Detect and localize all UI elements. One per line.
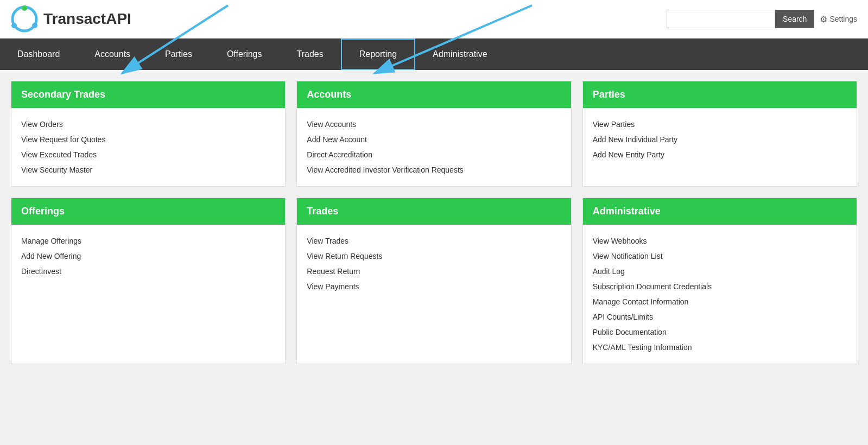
link-add-new-individual-party[interactable]: Add New Individual Party (593, 132, 847, 147)
link-view-notification-list[interactable]: View Notification List (593, 249, 847, 264)
link-view-parties[interactable]: View Parties (593, 117, 847, 132)
card-header-parties: Parties (583, 81, 857, 108)
card-body-secondary-trades: View Orders View Request for Quotes View… (11, 108, 285, 186)
link-direct-accreditation[interactable]: Direct Accreditation (307, 147, 561, 162)
link-view-request-for-quotes[interactable]: View Request for Quotes (21, 132, 275, 147)
link-view-accredited-investor[interactable]: View Accredited Investor Verification Re… (307, 162, 561, 177)
header: TransactAPI Search ⚙ Settings (0, 0, 868, 39)
logo-area: TransactAPI (11, 5, 131, 33)
link-view-executed-trades[interactable]: View Executed Trades (21, 147, 275, 162)
nav-item-parties[interactable]: Parties (148, 39, 210, 70)
link-add-new-entity-party[interactable]: Add New Entity Party (593, 147, 847, 162)
link-request-return[interactable]: Request Return (307, 264, 561, 279)
card-body-accounts: View Accounts Add New Account Direct Acc… (297, 108, 571, 186)
svg-point-5 (32, 23, 37, 28)
link-manage-offerings[interactable]: Manage Offerings (21, 233, 275, 249)
link-subscription-document-credentials[interactable]: Subscription Document Credentials (593, 279, 847, 294)
search-button[interactable]: Search (775, 10, 814, 28)
link-view-accounts[interactable]: View Accounts (307, 117, 561, 132)
gear-icon: ⚙ (820, 14, 827, 24)
card-body-offerings: Manage Offerings Add New Offering Direct… (11, 225, 285, 288)
link-manage-contact-information[interactable]: Manage Contact Information (593, 294, 847, 309)
svg-point-6 (11, 23, 17, 28)
link-api-counts-limits[interactable]: API Counts/Limits (593, 309, 847, 325)
main-content: Secondary Trades View Orders View Reques… (0, 70, 868, 375)
link-public-documentation[interactable]: Public Documentation (593, 325, 847, 340)
page-wrapper: TransactAPI Search ⚙ Settings Dashboard … (0, 0, 868, 375)
logo-text: TransactAPI (43, 10, 131, 28)
card-secondary-trades: Secondary Trades View Orders View Reques… (11, 81, 286, 187)
link-audit-log[interactable]: Audit Log (593, 264, 847, 279)
link-view-trades[interactable]: View Trades (307, 233, 561, 249)
logo-icon (11, 5, 38, 33)
nav-item-offerings[interactable]: Offerings (210, 39, 280, 70)
nav-item-accounts[interactable]: Accounts (77, 39, 148, 70)
link-view-payments[interactable]: View Payments (307, 279, 561, 294)
card-body-parties: View Parties Add New Individual Party Ad… (583, 108, 857, 171)
link-add-new-account[interactable]: Add New Account (307, 132, 561, 147)
card-header-accounts: Accounts (297, 81, 571, 108)
link-add-new-offering[interactable]: Add New Offering (21, 249, 275, 264)
link-kyc-aml-testing[interactable]: KYC/AML Testing Information (593, 340, 847, 355)
settings-label: Settings (829, 15, 857, 23)
card-parties: Parties View Parties Add New Individual … (582, 81, 857, 187)
card-accounts: Accounts View Accounts Add New Account D… (296, 81, 571, 187)
header-right: Search ⚙ Settings (667, 10, 857, 28)
card-offerings: Offerings Manage Offerings Add New Offer… (11, 198, 286, 364)
nav-item-reporting[interactable]: Reporting (341, 39, 415, 70)
card-administrative: Administrative View Webhooks View Notifi… (582, 198, 857, 364)
svg-point-4 (22, 5, 27, 11)
card-header-secondary-trades: Secondary Trades (11, 81, 285, 108)
card-header-administrative: Administrative (583, 198, 857, 225)
card-header-trades: Trades (297, 198, 571, 225)
link-view-security-master[interactable]: View Security Master (21, 162, 275, 177)
settings-link[interactable]: ⚙ Settings (820, 14, 857, 24)
card-header-offerings: Offerings (11, 198, 285, 225)
card-trades: Trades View Trades View Return Requests … (296, 198, 571, 364)
nav-item-dashboard[interactable]: Dashboard (0, 39, 77, 70)
link-view-return-requests[interactable]: View Return Requests (307, 249, 561, 264)
search-input[interactable] (667, 10, 775, 28)
link-directinvest[interactable]: DirectInvest (21, 264, 275, 279)
nav-item-administrative[interactable]: Administrative (415, 39, 504, 70)
nav-item-trades[interactable]: Trades (280, 39, 341, 70)
search-box: Search (667, 10, 814, 28)
nav-bar: Dashboard Accounts Parties Offerings Tra… (0, 39, 868, 70)
logo-transact: TransactAPI (43, 10, 131, 27)
card-body-administrative: View Webhooks View Notification List Aud… (583, 225, 857, 364)
link-view-orders[interactable]: View Orders (21, 117, 275, 132)
link-view-webhooks[interactable]: View Webhooks (593, 233, 847, 249)
card-body-trades: View Trades View Return Requests Request… (297, 225, 571, 303)
